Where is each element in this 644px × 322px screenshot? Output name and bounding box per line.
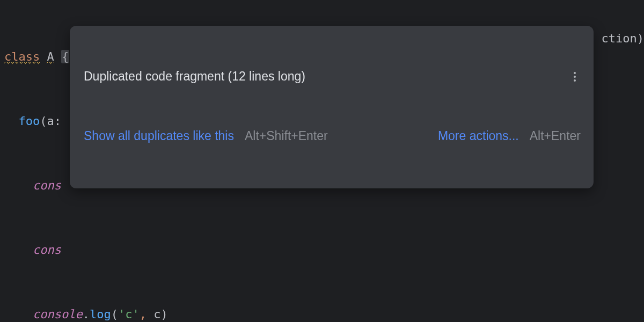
method-name: foo [19, 114, 40, 128]
tooltip-title: Duplicated code fragment (12 lines long) [84, 69, 305, 85]
identifier: cons [33, 243, 61, 257]
identifier: console [33, 308, 83, 321]
param-name: a [47, 114, 54, 128]
brace-open: { [61, 50, 69, 63]
shortcut-label: Alt+Enter [530, 128, 581, 144]
colon: : [54, 114, 61, 128]
code-editor[interactable]: class A { foo(a: cons cons console.log('… [0, 0, 644, 322]
code-line: cons [4, 239, 644, 261]
code-line-fragment: ction) [602, 28, 644, 49]
string-literal: 'c' [118, 308, 140, 321]
shortcut-label: Alt+Shift+Enter [245, 128, 328, 144]
more-actions-link[interactable]: More actions... [438, 128, 519, 144]
show-all-duplicates-link[interactable]: Show all duplicates like this [84, 128, 234, 144]
variable-ref: c [153, 308, 160, 321]
identifier: cons [33, 179, 61, 192]
keyword-class: class [4, 50, 40, 64]
more-vertical-icon[interactable] [569, 71, 581, 83]
method-call: log [90, 308, 111, 321]
class-name: A [47, 50, 54, 64]
code-line: console.log('c', c) [4, 304, 644, 322]
paren-open: ( [40, 114, 47, 128]
inspection-tooltip: Duplicated code fragment (12 lines long)… [70, 26, 594, 188]
